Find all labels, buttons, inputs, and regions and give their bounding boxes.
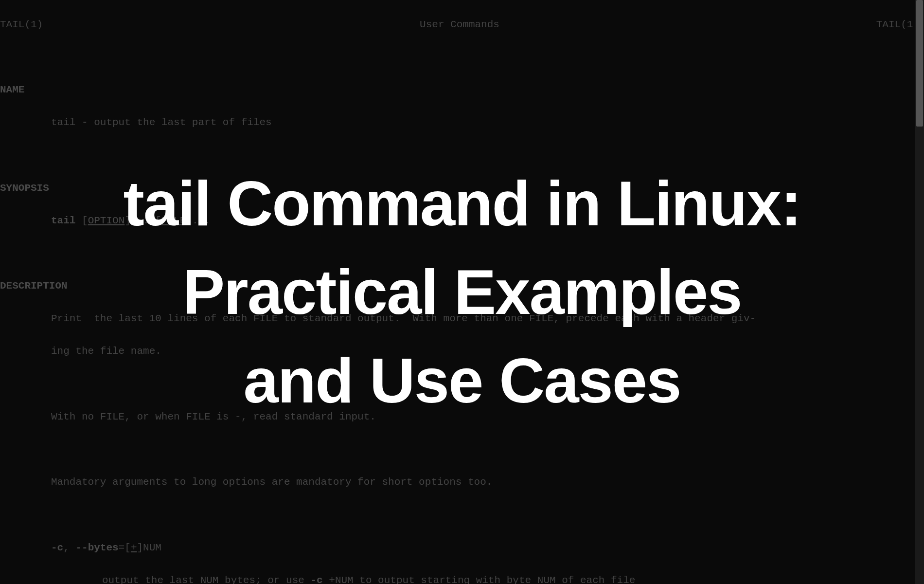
scrollbar-thumb[interactable]: [916, 0, 923, 127]
title-line-2: Practical Examples: [0, 248, 924, 336]
title-line-1: tail Command in Linux:: [0, 159, 924, 248]
opt-c-arg: +: [131, 542, 137, 553]
title-line-3: and Use Cases: [0, 336, 924, 425]
blank-line: [0, 441, 924, 458]
header-left: TAIL(1): [0, 17, 43, 33]
blank-line: [0, 507, 924, 523]
manpage-header: TAIL(1)User CommandsTAIL(1): [0, 17, 924, 33]
desc-line: Mandatory arguments to long options are …: [0, 474, 924, 491]
opt-c-long: --bytes: [75, 542, 118, 553]
opt-c-eq: =[: [119, 542, 131, 553]
article-title-overlay: tail Command in Linux: Practical Example…: [0, 159, 924, 425]
opt-c-desc-line: output the last NUM bytes; or use -c +NU…: [0, 572, 924, 584]
opt-c-desc: output the last NUM bytes; or use: [102, 575, 310, 584]
opt-c-desc2: +NUM to output starting with byte NUM of…: [323, 575, 636, 584]
opt-c-line: -c, --bytes=[+]NUM: [0, 540, 924, 556]
opt-c-num: NUM: [143, 542, 161, 553]
name-text: tail - output the last part of files: [0, 114, 924, 131]
comma: ,: [63, 542, 75, 553]
opt-c: -c: [51, 542, 63, 553]
header-right: TAIL(1): [876, 17, 919, 33]
blank-line: [0, 49, 924, 66]
opt-c-close: ]: [137, 542, 143, 553]
scrollbar-track[interactable]: [915, 0, 924, 584]
name-section-title: NAME: [0, 82, 924, 98]
header-center: User Commands: [420, 17, 499, 33]
opt-c-flag: -c: [310, 575, 322, 584]
